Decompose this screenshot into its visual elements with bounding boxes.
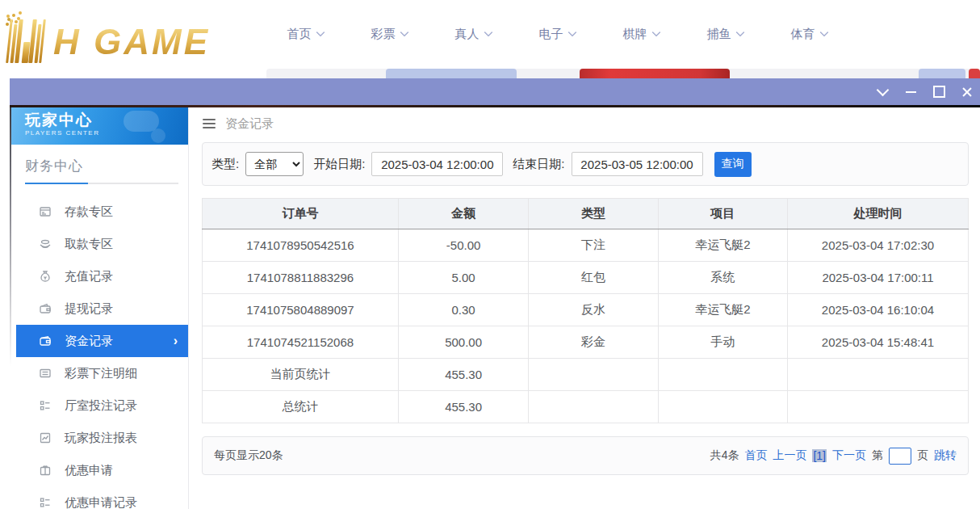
page-title: 资金记录 — [225, 116, 274, 132]
sidebar-menu: 存款专区 取款专区 充值记录 提现记录 — [10, 196, 188, 509]
main-menu: 首页 彩票 真人 电子 棋牌 捕鱼 体育 — [263, 0, 851, 69]
top-navigation: H GAME 首页 彩票 真人 电子 棋牌 捕鱼 体育 — [0, 0, 980, 69]
sidebar-item-recharge-record[interactable]: 充值记录 — [16, 260, 188, 292]
type-select[interactable]: 全部 — [245, 152, 304, 176]
cell-process-time: 2025-03-04 17:02:30 — [788, 229, 969, 262]
query-button[interactable]: 查询 — [714, 152, 752, 177]
jump-link[interactable]: 跳转 — [934, 448, 957, 463]
column-header-order-no: 订单号 — [203, 199, 399, 229]
cell-order-no: 1741078950542516 — [203, 229, 399, 262]
window-content: 玩家中心 PLAYERS CENTER 财务中心 存款专区 取款专区 — [10, 107, 980, 509]
cell-process-time: 2025-03-04 17:00:11 — [788, 262, 969, 294]
nav-item-home[interactable]: 首页 — [263, 27, 347, 42]
sidebar-item-hall-bet-record[interactable]: 厅室投注记录 — [16, 389, 188, 422]
player-bet-report-icon — [39, 431, 52, 444]
prev-page-link[interactable]: 上一页 — [773, 448, 806, 463]
sidebar-item-deposit-zone[interactable]: 存款专区 — [16, 196, 188, 228]
cell-order-no: 1741075804889097 — [203, 294, 399, 326]
hall-bet-record-icon — [39, 399, 52, 412]
window-minimize-icon[interactable] — [904, 86, 917, 99]
cell-amount: 500.00 — [398, 326, 528, 359]
recharge-record-icon — [39, 270, 52, 283]
jump-label-post: 页 — [917, 448, 928, 463]
logo-sparkle-icon — [6, 15, 10, 18]
cell-type: 彩金 — [529, 326, 658, 359]
nav-item-slots[interactable]: 电子 — [515, 27, 599, 42]
player-center-window: 玩家中心 PLAYERS CENTER 财务中心 存款专区 取款专区 — [10, 78, 980, 509]
site-logo[interactable]: H GAME — [8, 16, 210, 63]
background-fragment — [969, 69, 980, 78]
sidebar-section-title: 财务中心 — [25, 157, 188, 175]
gamepad-watermark-icon — [124, 111, 159, 132]
chevron-right-icon: › — [174, 334, 178, 348]
sidebar-item-funds-record[interactable]: 资金记录 › — [16, 325, 188, 357]
chevron-down-icon — [651, 27, 660, 36]
window-titlebar — [10, 78, 980, 105]
nav-item-sports[interactable]: 体育 — [767, 27, 851, 42]
cell-project: 幸运飞艇2 — [658, 229, 787, 262]
cell-type: 红包 — [529, 262, 658, 294]
promo-apply-record-icon — [39, 496, 52, 509]
table-row: 1741074521152068 500.00 彩金 手动 2025-03-04… — [203, 326, 969, 359]
sidebar-item-promo-apply[interactable]: 优惠申请 — [16, 454, 188, 486]
sidebar-item-promo-apply-record[interactable]: 优惠申请记录 — [16, 486, 188, 509]
nav-item-board-games[interactable]: 棋牌 — [599, 27, 683, 42]
jump-label-pre: 第 — [872, 448, 883, 463]
background-page-strip — [0, 69, 980, 78]
nav-item-fishing[interactable]: 捕鱼 — [683, 27, 767, 42]
sidebar-section-underline — [25, 183, 178, 184]
logo-text: H GAME — [53, 24, 210, 63]
nav-item-lottery[interactable]: 彩票 — [347, 27, 431, 42]
column-header-process-time: 处理时间 — [788, 199, 969, 229]
nav-item-live[interactable]: 真人 — [431, 27, 515, 42]
table-row: 1741075804889097 0.30 反水 幸运飞艇2 2025-03-0… — [203, 294, 969, 326]
withdraw-record-icon — [39, 302, 52, 315]
chevron-down-icon — [567, 27, 576, 36]
withdraw-zone-icon — [39, 238, 52, 250]
start-date-input[interactable] — [371, 152, 503, 176]
end-date-input[interactable] — [572, 152, 703, 176]
main-panel: 资金记录 类型: 全部 开始日期: 结束日期: 查询 — [189, 107, 980, 509]
chevron-down-icon — [400, 27, 408, 36]
table-row: 1741078950542516 -50.00 下注 幸运飞艇2 2025-03… — [203, 229, 969, 262]
sidebar-item-lottery-bet-detail[interactable]: 彩票下注明细 — [16, 357, 188, 389]
funds-record-table: 订单号 金额 类型 项目 处理时间 1741078950542516 -50.0… — [202, 198, 969, 423]
sidebar-header: 玩家中心 PLAYERS CENTER — [10, 107, 188, 145]
page: H GAME 首页 彩票 真人 电子 棋牌 捕鱼 体育 — [0, 0, 980, 509]
cell-summary-label: 总统计 — [203, 391, 399, 423]
cell-summary-label: 当前页统计 — [203, 359, 399, 391]
chevron-down-icon — [316, 27, 325, 36]
sidebar-item-withdraw-record[interactable]: 提现记录 — [16, 292, 188, 325]
page-size-text: 每页显示20条 — [214, 448, 283, 463]
cell-order-no: 1741078811883296 — [203, 262, 399, 294]
table-summary-row-page: 当前页统计 455.30 — [203, 359, 969, 391]
table-summary-row-total: 总统计 455.30 — [203, 391, 969, 423]
sidebar: 玩家中心 PLAYERS CENTER 财务中心 存款专区 取款专区 — [10, 107, 189, 509]
window-close-icon[interactable] — [961, 86, 974, 99]
window-maximize-icon[interactable] — [932, 86, 945, 99]
cell-process-time: 2025-03-04 15:48:41 — [788, 326, 969, 359]
background-banner-fragment — [580, 69, 730, 78]
promo-apply-icon — [39, 464, 52, 477]
window-content-left-border — [10, 107, 11, 366]
logo-mark-icon — [8, 18, 45, 63]
window-collapse-icon[interactable] — [876, 86, 889, 99]
page-jump-input[interactable] — [889, 448, 911, 465]
first-page-link[interactable]: 首页 — [744, 448, 767, 463]
menu-toggle-icon[interactable] — [203, 119, 216, 128]
sidebar-item-withdraw-zone[interactable]: 取款专区 — [16, 228, 188, 260]
column-header-amount: 金额 — [398, 199, 528, 229]
chevron-down-icon — [484, 27, 492, 36]
cell-project: 幸运飞艇2 — [658, 294, 787, 326]
pager: 共4条 首页 上一页 1 下一页 第 页 跳转 — [710, 448, 957, 465]
cell-project: 手动 — [658, 326, 787, 359]
pagination-bar: 每页显示20条 共4条 首页 上一页 1 下一页 第 页 跳转 — [202, 436, 969, 475]
cell-type: 反水 — [529, 294, 658, 326]
breadcrumb: 资金记录 — [202, 107, 969, 140]
current-page-indicator: 1 — [812, 449, 827, 462]
column-header-type: 类型 — [529, 199, 658, 229]
end-date-label: 结束日期: — [513, 157, 564, 172]
next-page-link[interactable]: 下一页 — [832, 448, 866, 463]
sidebar-item-player-bet-report[interactable]: 玩家投注报表 — [16, 422, 188, 454]
type-label: 类型: — [211, 157, 239, 172]
